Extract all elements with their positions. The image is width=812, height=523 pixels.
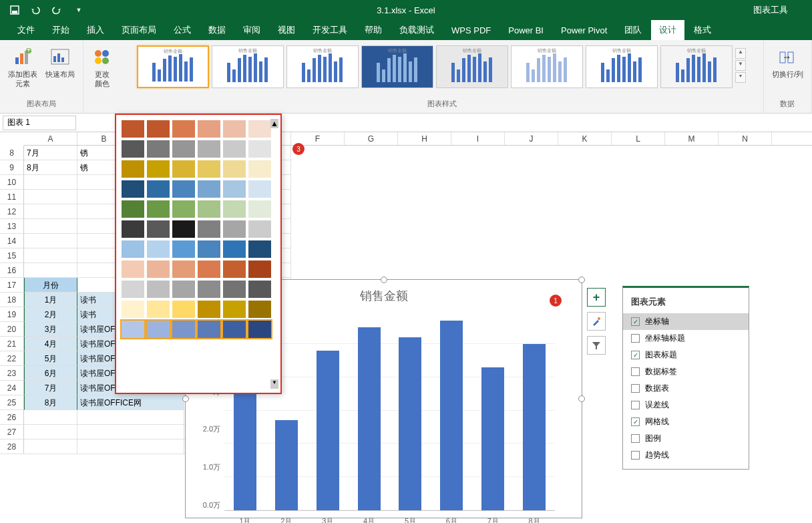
cell[interactable] [24, 190, 77, 204]
panel-item[interactable]: 数据标签 [623, 363, 749, 380]
color-swatch[interactable] [147, 160, 170, 178]
cell[interactable] [24, 440, 77, 454]
cell[interactable] [24, 263, 77, 278]
checkbox[interactable]: ✓ [631, 317, 640, 326]
row-header[interactable]: 18 [0, 293, 24, 307]
row-header[interactable]: 27 [0, 425, 24, 440]
color-swatch[interactable] [147, 220, 170, 238]
color-swatch[interactable] [122, 120, 144, 138]
color-swatch[interactable] [223, 321, 246, 338]
change-color-button[interactable]: 更改 颜色 [89, 45, 116, 90]
color-swatch[interactable] [198, 321, 220, 338]
row-header[interactable]: 20 [0, 322, 24, 337]
tab-home[interactable]: 开始 [44, 20, 77, 40]
color-swatch[interactable] [147, 120, 170, 138]
color-swatch[interactable] [198, 140, 220, 158]
color-swatch[interactable] [172, 120, 195, 138]
row-header[interactable]: 15 [0, 248, 24, 263]
tab-team[interactable]: 团队 [616, 20, 650, 40]
color-swatch[interactable] [147, 260, 170, 278]
color-swatch[interactable] [223, 200, 246, 218]
color-swatch[interactable] [248, 240, 271, 258]
tab-format[interactable]: 格式 [686, 20, 719, 40]
color-swatch[interactable] [147, 240, 170, 258]
color-swatch[interactable] [122, 240, 144, 258]
chart-filter-button[interactable] [587, 336, 606, 355]
checkbox[interactable] [631, 367, 640, 376]
tab-view[interactable]: 视图 [270, 20, 303, 40]
chart-style-3[interactable] [286, 45, 359, 88]
panel-item[interactable]: ✓网格线 [623, 413, 749, 430]
cell[interactable] [24, 248, 77, 263]
tab-powerbi[interactable]: Power BI [500, 21, 552, 39]
color-swatch[interactable] [223, 180, 246, 198]
color-swatch[interactable] [223, 140, 246, 158]
cell[interactable] [24, 204, 77, 219]
row-header[interactable]: 23 [0, 366, 24, 381]
tab-file[interactable]: 文件 [9, 20, 43, 40]
col-L[interactable]: L [612, 132, 665, 145]
chart-style-1[interactable] [137, 45, 209, 88]
styles-more[interactable]: ▾ [735, 72, 746, 83]
color-swatch[interactable] [172, 301, 195, 318]
row-header[interactable]: 24 [0, 381, 24, 395]
color-swatch[interactable] [248, 220, 271, 238]
checkbox[interactable] [631, 334, 640, 343]
color-swatch[interactable] [147, 200, 170, 218]
cell[interactable] [24, 410, 77, 425]
chart-handle-tr[interactable] [578, 277, 585, 283]
col-A[interactable]: A [24, 132, 77, 145]
styles-up[interactable]: ▲ [735, 48, 746, 59]
bar[interactable] [523, 344, 546, 510]
tab-review[interactable]: 审阅 [235, 20, 268, 40]
chart-handle-ml[interactable] [182, 395, 189, 402]
bar[interactable] [234, 377, 256, 510]
tab-help[interactable]: 帮助 [357, 20, 390, 40]
color-swatch[interactable] [147, 140, 170, 158]
color-swatch[interactable] [122, 260, 144, 278]
panel-item[interactable]: 趋势线 [623, 447, 749, 464]
chart-style-2[interactable] [212, 45, 284, 88]
tab-wpspdf[interactable]: WPS PDF [443, 21, 499, 39]
tab-formulas[interactable]: 公式 [166, 20, 199, 40]
color-swatch[interactable] [172, 260, 195, 278]
color-swatch[interactable] [223, 301, 246, 318]
cell[interactable] [77, 425, 184, 440]
panel-item[interactable]: 数据表 [623, 380, 749, 397]
col-N[interactable]: N [719, 132, 772, 145]
color-swatch[interactable] [223, 281, 246, 298]
color-swatch[interactable] [248, 180, 271, 198]
cell[interactable]: 8月 [24, 160, 77, 175]
add-chart-element-button[interactable]: + 添加图表 元素 [5, 45, 40, 90]
cell[interactable]: 4月 [24, 337, 77, 351]
color-swatch[interactable] [248, 321, 271, 338]
row-header[interactable]: 13 [0, 219, 24, 234]
color-swatch[interactable] [147, 301, 170, 318]
cell[interactable] [24, 219, 77, 234]
color-swatch[interactable] [198, 180, 220, 198]
color-swatch[interactable] [122, 301, 144, 318]
name-box[interactable]: 图表 1 [3, 116, 76, 130]
row-header[interactable]: 14 [0, 234, 24, 248]
cell[interactable] [77, 440, 184, 454]
row-header[interactable]: 10 [0, 175, 24, 190]
tab-loadtest[interactable]: 负载测试 [391, 20, 442, 40]
cell[interactable]: 6月 [24, 366, 77, 381]
color-swatch[interactable] [223, 240, 246, 258]
chart-style-4[interactable] [361, 45, 433, 88]
switch-row-col-button[interactable]: 切换行/列 [769, 45, 806, 80]
cell[interactable] [24, 175, 77, 190]
color-swatch[interactable] [198, 200, 220, 218]
col-G[interactable]: G [345, 132, 398, 145]
cell[interactable]: 5月 [24, 351, 77, 366]
color-swatch[interactable] [248, 120, 271, 138]
checkbox[interactable] [631, 384, 640, 393]
cell[interactable]: 8月 [24, 395, 77, 410]
color-swatch[interactable] [172, 160, 195, 178]
color-swatch[interactable] [122, 321, 144, 338]
color-swatch[interactable] [172, 200, 195, 218]
bar[interactable] [358, 327, 381, 510]
color-swatch[interactable] [198, 260, 220, 278]
col-I[interactable]: I [451, 132, 505, 145]
color-swatch[interactable] [147, 321, 170, 338]
